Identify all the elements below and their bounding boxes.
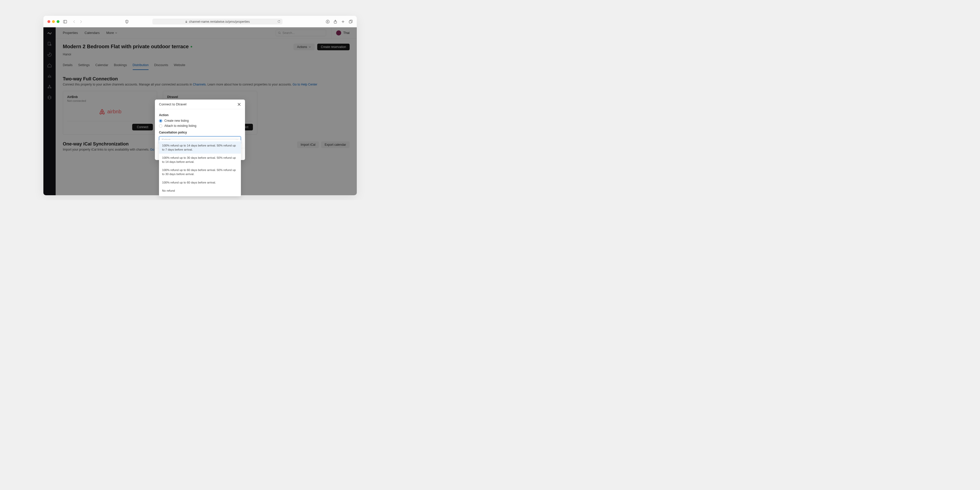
radio-create-listing[interactable]: Create new listing (159, 119, 241, 123)
policy-dropdown: 100% refund up to 14 days before arrival… (159, 140, 241, 196)
policy-option[interactable]: 100% refund up to 30 days before arrival… (159, 154, 241, 166)
svg-rect-0 (64, 20, 67, 23)
download-icon[interactable] (326, 20, 330, 24)
traffic-lights (48, 20, 59, 23)
svg-rect-7 (349, 21, 352, 23)
svg-rect-2 (186, 21, 187, 23)
radio-attach-listing[interactable]: Attach to existing listing (159, 124, 241, 127)
nav-forward-icon[interactable] (79, 20, 83, 24)
policy-option[interactable]: 100% refund up to 60 days before arrival… (159, 166, 241, 178)
nav-back-icon[interactable] (72, 20, 76, 24)
close-icon[interactable] (237, 103, 241, 106)
window-maximize[interactable] (57, 20, 59, 23)
policy-label: Cancellation policy (159, 130, 241, 134)
policy-option[interactable]: 100% refund up to 14 days before arrival… (159, 142, 241, 154)
url-bar[interactable]: channel-name.rentalwise.io/pms/propertie… (152, 19, 283, 24)
policy-option[interactable]: 100% refund up to 60 days before arrival… (159, 178, 241, 186)
radio-icon (159, 124, 162, 127)
browser-toolbar: channel-name.rentalwise.io/pms/propertie… (43, 16, 357, 27)
sidebar-toggle-icon[interactable] (63, 20, 67, 24)
window-minimize[interactable] (52, 20, 55, 23)
policy-option[interactable]: No refund (159, 186, 241, 195)
share-icon[interactable] (333, 20, 337, 24)
reload-icon[interactable] (277, 20, 280, 23)
url-text: channel-name.rentalwise.io/pms/propertie… (189, 20, 250, 24)
modal-title: Connect to Dtravel (159, 102, 186, 106)
lock-icon (185, 21, 188, 23)
action-label: Action (159, 113, 241, 117)
shield-icon[interactable] (125, 20, 129, 24)
window-close[interactable] (48, 20, 50, 23)
new-tab-icon[interactable] (341, 20, 345, 24)
radio-icon (159, 119, 162, 123)
tabs-icon[interactable] (348, 20, 353, 24)
